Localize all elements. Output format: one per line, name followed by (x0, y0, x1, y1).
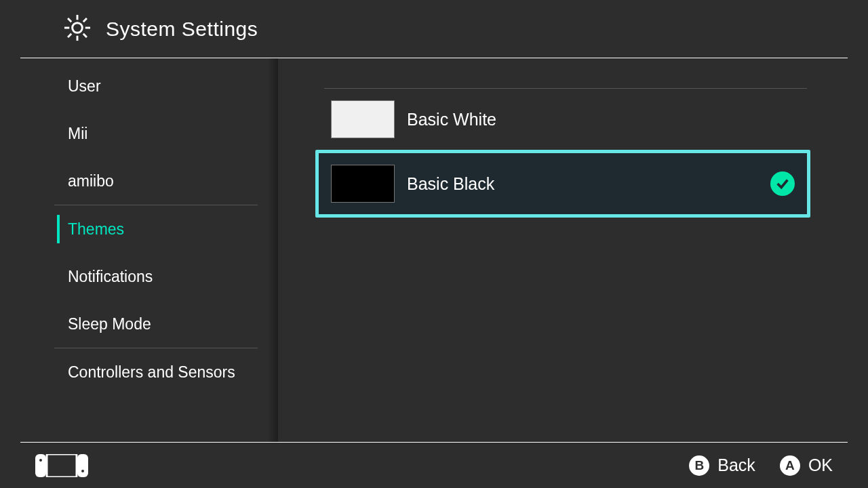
page-title: System Settings (106, 18, 258, 41)
button-hint-ok[interactable]: A OK (780, 455, 833, 476)
a-button-icon: A (780, 455, 800, 476)
footer: B Back A OK (20, 442, 848, 488)
svg-point-12 (39, 459, 42, 462)
content: Basic White Basic Black (278, 58, 868, 442)
theme-label: Basic White (407, 110, 795, 129)
theme-label: Basic Black (407, 174, 770, 194)
sidebar-item-sleep-mode[interactable]: Sleep Mode (0, 300, 278, 348)
sidebar-item-notifications[interactable]: Notifications (0, 253, 278, 300)
gear-icon (62, 13, 92, 45)
svg-line-8 (68, 33, 71, 37)
sidebar-item-label: amiibo (68, 172, 114, 190)
theme-swatch (331, 100, 395, 138)
console-icon (35, 454, 88, 477)
sidebar-item-amiibo[interactable]: amiibo (0, 157, 278, 205)
button-hint-label: Back (717, 455, 755, 475)
sidebar-item-controllers-and-sensors[interactable]: Controllers and Sensors (0, 348, 278, 396)
sidebar-item-label: Mii (68, 125, 87, 143)
header: System Settings (20, 0, 848, 58)
svg-rect-11 (47, 454, 77, 477)
sidebar-item-label: Sleep Mode (68, 315, 151, 333)
sidebar-item-label: Notifications (68, 268, 153, 286)
checkmark-icon (770, 171, 795, 196)
button-hint-back[interactable]: B Back (689, 455, 755, 476)
body: User Mii amiibo Themes Notifications Sle… (0, 58, 868, 442)
svg-line-7 (83, 18, 87, 22)
theme-option-basic-white[interactable]: Basic White (319, 89, 807, 150)
svg-line-5 (68, 18, 71, 22)
svg-rect-10 (77, 454, 88, 477)
sidebar-item-label: User (68, 77, 101, 96)
button-hint-label: OK (808, 455, 833, 475)
theme-swatch (331, 165, 395, 203)
sidebar-item-themes[interactable]: Themes (0, 205, 278, 253)
svg-point-13 (81, 470, 84, 472)
svg-line-6 (83, 33, 87, 37)
sidebar-item-label: Controllers and Sensors (68, 363, 235, 382)
svg-rect-9 (35, 454, 46, 477)
svg-point-0 (73, 22, 83, 33)
b-button-icon: B (689, 455, 709, 476)
theme-option-basic-black[interactable]: Basic Black (315, 150, 810, 218)
sidebar-item-user[interactable]: User (0, 62, 278, 110)
sidebar-item-mii[interactable]: Mii (0, 110, 278, 157)
sidebar-item-label: Themes (68, 220, 124, 239)
sidebar: User Mii amiibo Themes Notifications Sle… (0, 58, 278, 442)
